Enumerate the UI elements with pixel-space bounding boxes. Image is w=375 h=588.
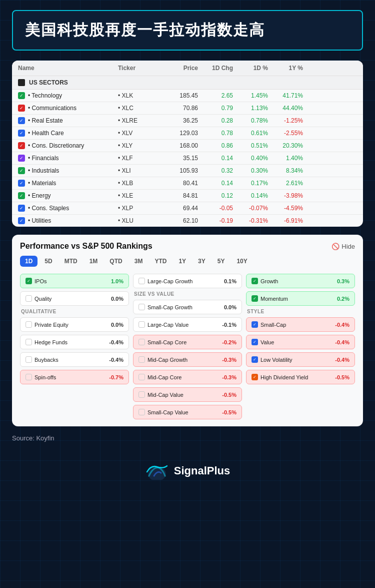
rank-name-text: Value — [260, 339, 274, 345]
sector-checkbox[interactable]: ✓ — [18, 205, 25, 212]
sector-name: ✓ • Financials — [18, 155, 118, 162]
sector-1d-chg: 0.14 — [198, 180, 233, 187]
performance-card: Performance vs S&P 500 Rankings 🚫 Hide 1… — [12, 235, 363, 426]
rank-checkbox-empty[interactable] — [26, 339, 32, 345]
title-box: 美国科技股再度一手拉动指数走高 — [12, 10, 363, 51]
rank-name: ✓ IPOs — [26, 278, 46, 284]
table-row: ✓ • Financials • XLF 35.15 0.14 0.40% 1.… — [12, 152, 363, 165]
sector-1d-pct: -0.07% — [233, 205, 268, 212]
sector-ticker: • XLB — [118, 180, 158, 187]
rank-name-text: Mid-Cap Growth — [148, 357, 188, 363]
rank-checkbox-empty[interactable] — [138, 278, 145, 284]
sector-1y-pct: 2.61% — [268, 180, 303, 187]
table-row: ✓ • Industrials • XLI 105.93 0.32 0.30% … — [12, 165, 363, 177]
tab-3m[interactable]: 3M — [130, 256, 148, 267]
rank-section-label: SIZE VS VALUE — [133, 291, 242, 297]
rank-value: -0.4% — [335, 357, 350, 363]
rank-checkbox[interactable]: ✓ — [252, 321, 258, 328]
sector-name: ✓ • Health Care — [18, 130, 118, 137]
sector-name: ✓ • Communications — [18, 105, 118, 112]
tab-1m[interactable]: 1M — [84, 256, 103, 267]
rank-name: Mid-Cap Core — [138, 374, 182, 380]
tab-mtd[interactable]: MTD — [60, 256, 82, 267]
rank-name-text: Quality — [34, 296, 52, 302]
sector-name-text: • Industrials — [28, 167, 59, 174]
sector-checkbox[interactable]: ✓ — [18, 217, 25, 224]
rank-name-text: Small-Cap Core — [148, 339, 186, 345]
sector-1y-pct: -1.25% — [268, 117, 303, 124]
table-row: ✓ • Cons. Staples • XLP 69.44 -0.05 -0.0… — [12, 202, 363, 215]
sector-1d-pct: 0.17% — [233, 180, 268, 187]
rank-checkbox-empty[interactable] — [138, 409, 145, 415]
rank-name: ✓ High Dividend Yield — [252, 374, 308, 380]
sector-1d-chg: 0.86 — [198, 142, 233, 149]
table-row: ✓ • Real Estate • XLRE 36.25 0.28 0.78% … — [12, 115, 363, 127]
rank-checkbox-empty[interactable] — [138, 339, 145, 345]
rank-name: Large-Cap Growth — [138, 278, 193, 284]
rank-checkbox[interactable]: ✓ — [252, 278, 258, 284]
rank-checkbox-empty[interactable] — [26, 356, 32, 363]
sector-checkbox[interactable]: ✓ — [18, 192, 25, 199]
tab-5y[interactable]: 5Y — [212, 256, 230, 267]
rank-col-2: Large-Cap Growth 0.1% SIZE VS VALUE Smal… — [133, 274, 242, 419]
table-row: ✓ • Cons. Discretionary • XLY 168.00 0.8… — [12, 140, 363, 152]
rank-name-text: Small-Cap Growth — [148, 304, 192, 310]
sector-checkbox[interactable]: ✓ — [18, 117, 25, 124]
table-row: ✓ • Technology • XLK 185.45 2.65 1.45% 4… — [12, 90, 363, 102]
rank-value: -0.4% — [335, 339, 350, 345]
rank-checkbox[interactable]: ✓ — [252, 356, 258, 363]
sector-1d-chg: -0.19 — [198, 217, 233, 224]
rank-col-3: ✓ Growth 0.3% ✓ Momentum 0.2% STYLE ✓ Sm… — [246, 274, 355, 419]
tab-1y[interactable]: 1Y — [174, 256, 191, 267]
tab-1d[interactable]: 1D — [20, 256, 38, 267]
rank-item: Buybacks -0.4% — [20, 352, 129, 367]
rank-checkbox-empty[interactable] — [138, 356, 145, 363]
sector-checkbox[interactable]: ✓ — [18, 155, 25, 162]
sector-checkbox[interactable]: ✓ — [18, 142, 25, 149]
sector-name-text: • Materials — [28, 180, 56, 187]
sector-checkbox[interactable]: ✓ — [18, 180, 25, 187]
rank-checkbox[interactable]: ✓ — [26, 278, 32, 284]
col-ticker: Ticker — [118, 65, 158, 72]
sector-checkbox[interactable]: ✓ — [18, 130, 25, 137]
sector-1y-pct: 44.40% — [268, 105, 303, 112]
sector-price: 168.00 — [158, 142, 198, 149]
sector-ticker: • XLC — [118, 105, 158, 112]
tab-10y[interactable]: 10Y — [232, 256, 252, 267]
rank-value: -0.5% — [222, 409, 236, 415]
rank-checkbox[interactable]: ✓ — [252, 374, 258, 380]
rank-checkbox-empty[interactable] — [26, 295, 32, 302]
sector-ticker: • XLU — [118, 217, 158, 224]
sector-price: 69.44 — [158, 205, 198, 212]
rank-checkbox-empty[interactable] — [138, 374, 145, 380]
sector-checkbox[interactable]: ✓ — [18, 105, 25, 112]
sector-ticker: • XLK — [118, 92, 158, 99]
sector-1d-chg: 0.78 — [198, 130, 233, 137]
rank-checkbox-empty[interactable] — [26, 321, 32, 328]
rank-checkbox-empty[interactable] — [138, 304, 145, 310]
tab-3y[interactable]: 3Y — [193, 256, 210, 267]
rank-checkbox-empty[interactable] — [26, 374, 32, 380]
col-1dchg: 1D Chg — [198, 65, 233, 72]
hide-button[interactable]: 🚫 Hide — [332, 243, 355, 250]
sector-checkbox[interactable]: ✓ — [18, 92, 25, 99]
rank-name: Hedge Funds — [26, 339, 68, 345]
rank-checkbox-empty[interactable] — [138, 321, 145, 328]
tab-qtd[interactable]: QTD — [104, 256, 127, 267]
tab-ytd[interactable]: YTD — [150, 256, 172, 267]
sector-checkbox[interactable]: ✓ — [18, 167, 25, 174]
sector-name-text: • Energy — [28, 192, 51, 199]
tab-5d[interactable]: 5D — [40, 256, 57, 267]
sector-price: 105.93 — [158, 167, 198, 174]
rank-name: Private Equity — [26, 321, 68, 328]
rank-checkbox[interactable]: ✓ — [252, 339, 258, 345]
rank-name: Mid-Cap Growth — [138, 356, 188, 363]
sector-1d-pct: 0.78% — [233, 117, 268, 124]
rank-checkbox[interactable]: ✓ — [252, 295, 258, 302]
rank-item: ✓ Small-Cap -0.4% — [246, 317, 355, 332]
sector-name-text: • Real Estate — [28, 117, 63, 124]
rank-name: ✓ Momentum — [252, 295, 288, 302]
rank-name: Small-Cap Growth — [138, 304, 192, 310]
source-text: Source: Koyfin — [12, 434, 363, 442]
rank-checkbox-empty[interactable] — [138, 391, 145, 398]
